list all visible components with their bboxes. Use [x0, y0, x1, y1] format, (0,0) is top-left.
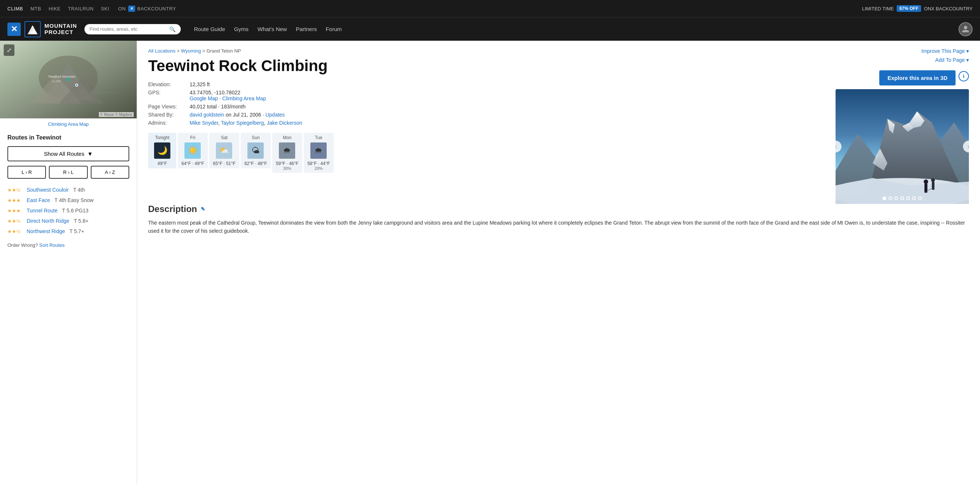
nav-ski[interactable]: SKI [101, 6, 109, 11]
map-pin [75, 84, 78, 87]
photo-dot-5[interactable] [912, 197, 916, 200]
explore-3d-button[interactable]: Explore this area in 3D [879, 70, 956, 86]
map-expand-button[interactable]: ⤢ [4, 44, 14, 56]
nav-route-guide[interactable]: Route Guide [194, 26, 225, 32]
list-item: ★★½ Southwest Couloir T 4th [7, 185, 129, 195]
sort-lr-button[interactable]: L › R [7, 166, 46, 179]
meta-row-admins: Admins: Mike Snyder, Taylor Spiegelberg,… [148, 119, 828, 127]
shared-by-label: Shared By: [148, 112, 185, 117]
svg-text:Teewinot Mountain: Teewinot Mountain [48, 75, 76, 78]
nav-partners[interactable]: Partners [296, 26, 317, 32]
nav-whats-new[interactable]: What's New [258, 26, 287, 32]
show-all-routes-button[interactable]: Show All Routes ▼ [7, 146, 129, 161]
weather-label-3: Sun [252, 135, 259, 140]
photo-dot-6[interactable] [918, 197, 922, 200]
weather-precip-5: 20% [315, 166, 323, 171]
add-label: Add To Page [935, 57, 965, 63]
route-stars-3: ★★½ [7, 218, 24, 224]
description-title: Description ✎ [148, 204, 969, 214]
order-wrong: Order Wrong? Sort Routes [7, 242, 129, 248]
sort-routes-link[interactable]: Sort Routes [39, 242, 65, 248]
add-to-page-link[interactable]: Add To Page ▾ [935, 57, 969, 63]
nav-trailrun[interactable]: TRAILRUN [68, 6, 94, 11]
weather-day-2: Sat ⛅ 65°F · 51°F [209, 133, 239, 168]
photo-dot-0[interactable] [883, 197, 886, 200]
shared-by-user-link[interactable]: david goldstein [189, 112, 224, 117]
logo-icon [24, 21, 41, 37]
logo-area[interactable]: ✕ MOUNTAIN PROJECT [7, 21, 77, 37]
weather-label-5: Tue [315, 135, 322, 140]
route-grade-2: T 5.6 PG13 [62, 208, 89, 214]
meta-row-elevation: Elevation: 12,325 ft [148, 80, 828, 89]
weather-icon-4: 🌧 [279, 143, 295, 159]
breadcrumb-all-locations[interactable]: All Locations [148, 48, 175, 54]
onx-badge: ON ✕ BACKCOUNTRY [118, 6, 176, 12]
shared-by-value: david goldstein on Jul 21, 2006 · Update… [189, 112, 285, 117]
list-item: ★★★ Tunnel Route T 5.6 PG13 [7, 205, 129, 216]
main-content: Improve This Page ▾ Add To Page ▾ Explor… [137, 41, 980, 484]
promo-text: ONX BACKCOUNTRY [924, 6, 973, 11]
meta-row-pageviews: Page Views: 40,012 total · 183/month [148, 103, 828, 111]
order-wrong-label: Order Wrong? [7, 242, 38, 248]
nav-mtb[interactable]: MTB [30, 6, 41, 11]
sort-az-button[interactable]: A › Z [91, 166, 129, 179]
admin-mike[interactable]: Mike Snyder [189, 120, 218, 126]
weather-temp-0: 49°F [158, 161, 167, 166]
updates-link[interactable]: Updates [266, 112, 285, 117]
weather-icon-5: 🌧 [310, 143, 327, 159]
weather-temp-5: 58°F · 44°F [307, 161, 330, 166]
weather-temp-3: 62°F · 48°F [245, 161, 267, 166]
nav-hike[interactable]: HIKE [49, 6, 60, 11]
avatar[interactable] [959, 22, 973, 36]
route-link-1[interactable]: East Face [27, 197, 50, 203]
promo-limited-time: LIMITED TIME [862, 6, 894, 11]
promo-badge: 67% OFF [897, 5, 921, 12]
admin-taylor[interactable]: Taylor Spiegelberg [221, 120, 264, 126]
gps-value: 43.74705, -110.78022 Google Map · Climbi… [189, 90, 266, 102]
chevron-down-icon: ▼ [88, 151, 93, 157]
photo-dot-3[interactable] [900, 197, 904, 200]
show-routes-label: Show All Routes [44, 151, 84, 157]
route-link-4[interactable]: Northwest Ridge [27, 228, 65, 234]
breadcrumb-sep-1: > [202, 48, 206, 54]
breadcrumb-area: Grand Teton NP [206, 48, 241, 54]
sort-rl-button[interactable]: R › L [49, 166, 88, 179]
improve-this-page-link[interactable]: Improve This Page ▾ [921, 48, 969, 54]
nav-backcountry[interactable]: BACKCOUNTRY [137, 6, 176, 11]
nav-on[interactable]: ON [118, 6, 126, 11]
photo-dot-4[interactable] [906, 197, 910, 200]
route-link-2[interactable]: Tunnel Route [27, 208, 58, 214]
breadcrumb-wyoming[interactable]: Wyoming [181, 48, 201, 54]
photo-dot-1[interactable] [889, 197, 892, 200]
nav-climb[interactable]: CLIMB [7, 6, 23, 11]
info-button[interactable]: i [959, 71, 969, 81]
mountain-photo-svg [835, 89, 969, 204]
description-section: Description ✎ The eastern most peak of t… [148, 204, 969, 235]
weather-day-3: Sun 🌤 62°F · 48°F [241, 133, 271, 168]
google-map-link[interactable]: Google Map [189, 95, 218, 102]
admin-jake[interactable]: Jake Dickerson [267, 120, 302, 126]
page-views-label: Page Views: [148, 104, 185, 109]
climbing-area-map-link[interactable]: Climbing Area Map [0, 118, 137, 130]
weather-label-2: Sat [221, 135, 228, 140]
avatar-icon [961, 25, 970, 33]
weather-day-0: Tonight 🌙 49°F [148, 133, 176, 168]
routes-section: Routes in Teewinot Show All Routes ▼ L ›… [0, 130, 137, 252]
climbing-area-map-anchor[interactable]: Climbing Area Map [48, 121, 89, 127]
weather-label-4: Mon [283, 135, 291, 140]
nav-forum[interactable]: Forum [326, 26, 342, 32]
search-bar[interactable]: 🔍 [84, 24, 181, 35]
weather-label-0: Tonight [155, 135, 170, 140]
weather-temp-4: 59°F · 46°F [276, 161, 299, 166]
nav-gyms[interactable]: Gyms [234, 26, 248, 32]
edit-icon[interactable]: ✎ [201, 206, 205, 212]
route-link-3[interactable]: Direct North Ridge [27, 218, 69, 224]
chevron-down-icon2: ▾ [966, 57, 969, 63]
description-text: The eastern most peak of the Cathedral G… [148, 219, 969, 235]
route-link-0[interactable]: Southwest Couloir [27, 187, 69, 193]
svg-point-22 [931, 178, 935, 182]
search-input[interactable] [90, 26, 166, 32]
map-credit: © Maxar © Mapbox [99, 112, 134, 117]
photo-dot-2[interactable] [894, 197, 898, 200]
climbing-area-map-link-content[interactable]: Climbing Area Map [222, 95, 266, 102]
